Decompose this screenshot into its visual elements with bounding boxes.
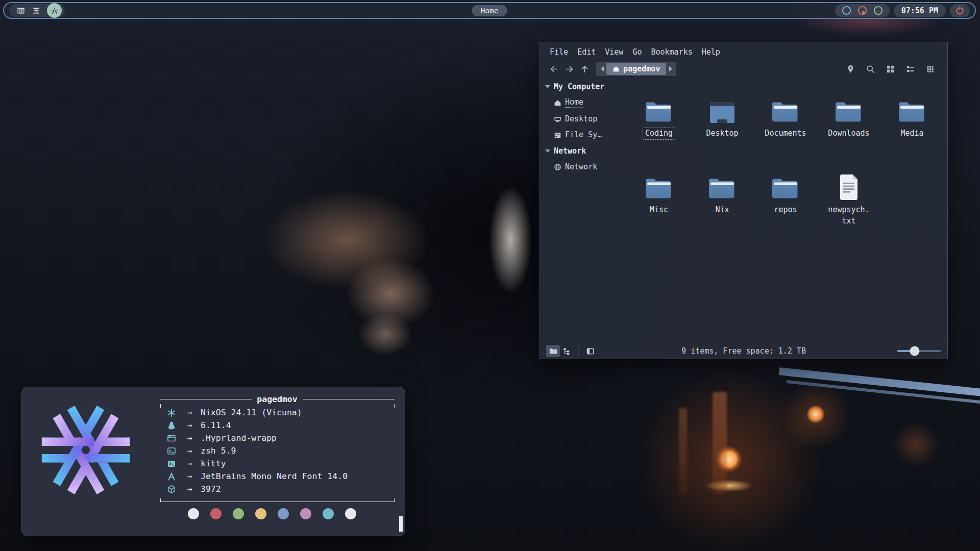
palette-dot-5 — [278, 508, 289, 519]
file-item-newpsych-txt[interactable]: newpsych. txt — [817, 171, 880, 247]
location-pin-icon[interactable] — [846, 64, 855, 74]
wallpaper-candle-glow — [713, 392, 727, 494]
expander-triangle-icon[interactable] — [545, 85, 550, 88]
expander-triangle-icon[interactable] — [545, 149, 550, 153]
active-window-title[interactable]: Home — [472, 5, 507, 16]
toggle-sidebar-button[interactable] — [583, 345, 597, 357]
path-segment-home[interactable]: pagedmov — [606, 63, 666, 75]
file-item-label: newpsych. txt — [825, 204, 872, 228]
file-manager-window: FileEditViewGoBookmarksHelp pagedmov — [540, 42, 948, 359]
file-item-repos[interactable]: repos — [754, 171, 817, 247]
file-item-coding[interactable]: Coding — [627, 94, 691, 171]
menu-go[interactable]: Go — [628, 47, 646, 57]
file-item-desktop[interactable]: Desktop — [691, 94, 754, 171]
power-icon — [955, 6, 965, 15]
arrow-icon: → — [179, 459, 201, 468]
arrow-icon: → — [179, 433, 201, 443]
palette-dot-1 — [188, 508, 199, 519]
slider-thumb[interactable] — [910, 346, 920, 356]
folder-icon — [644, 171, 674, 201]
up-button[interactable] — [577, 62, 592, 76]
file-item-label: Media — [898, 128, 926, 140]
fetch-value: 3972 — [201, 484, 221, 494]
file-item-label: Misc — [647, 204, 671, 216]
folder-icon — [644, 94, 674, 124]
file-item-label: Nix — [713, 204, 731, 216]
palette-dot-3 — [233, 508, 244, 519]
nixos-icon — [167, 408, 179, 417]
sidebar-item-home[interactable]: Home — [545, 94, 621, 111]
file-manager-toolbar: pagedmov — [540, 60, 947, 78]
statusbar-divider — [578, 346, 579, 356]
file-item-label: Downloads — [825, 128, 872, 140]
list-view-icon[interactable] — [905, 64, 915, 74]
file-item-documents[interactable]: Documents — [754, 94, 817, 171]
sidebar-section-network[interactable]: Network — [545, 143, 621, 159]
terminal-icon — [167, 459, 179, 468]
terminal-cursor — [399, 516, 403, 532]
sidebar-item-label: File Sy… — [565, 130, 602, 140]
font-icon — [167, 471, 179, 481]
fetch-hostname: pagedmov — [252, 394, 302, 404]
palette-dot-2 — [210, 508, 222, 519]
icon-view-icon[interactable] — [886, 64, 895, 74]
sidebar-section-label: My Computer — [554, 82, 604, 91]
path-scroll-right-icon[interactable] — [666, 63, 675, 75]
nixos-logo — [35, 399, 136, 500]
arrow-icon: → — [179, 446, 201, 456]
arrow-icon: → — [179, 471, 201, 481]
directory-tree-button[interactable] — [560, 345, 574, 357]
menu-help[interactable]: Help — [697, 47, 725, 57]
clock[interactable]: 07:56 PM — [894, 4, 946, 17]
tray-circle-blue[interactable] — [841, 5, 852, 16]
fastfetch-output: pagedmov →NixOS 24.11 (Vicuna)→6.11.4→.H… — [160, 393, 395, 502]
file-item-misc[interactable]: Misc — [627, 171, 691, 247]
menu-view[interactable]: View — [600, 47, 628, 57]
arrow-icon: → — [179, 484, 201, 494]
menu-file[interactable]: File — [545, 47, 573, 57]
tray-circle-green[interactable] — [873, 5, 884, 16]
forward-button[interactable] — [561, 62, 577, 76]
fetch-value: NixOS 24.11 (Vicuna) — [201, 408, 302, 417]
menu-bookmarks[interactable]: Bookmarks — [646, 47, 697, 57]
sidebar-item-label: Desktop — [565, 114, 597, 123]
icon-size-slider[interactable] — [897, 346, 941, 356]
menu-edit[interactable]: Edit — [573, 47, 600, 57]
shell-icon — [167, 446, 179, 456]
workspace-button-1[interactable] — [16, 6, 26, 15]
path-bar: pagedmov — [596, 62, 676, 76]
sidebar-item-file-sy-[interactable]: File Sy… — [545, 127, 621, 143]
path-scroll-left-icon[interactable] — [598, 63, 606, 75]
workspace-button-2[interactable] — [32, 6, 41, 15]
sidebar-item-desktop[interactable]: Desktop — [545, 111, 621, 127]
compact-view-icon[interactable] — [925, 64, 935, 74]
top-bar: Home 07:56 PM — [3, 2, 976, 19]
path-segment-label: pagedmov — [623, 64, 660, 73]
fetch-value: .Hyprland-wrapp — [201, 433, 277, 443]
fastfetch-box-bottom — [160, 498, 395, 502]
sidebar-item-network[interactable]: Network — [545, 159, 621, 175]
back-button[interactable] — [546, 62, 561, 76]
packages-icon — [167, 484, 179, 494]
file-item-nix[interactable]: Nix — [691, 171, 754, 247]
sidebar-item-label: Network — [565, 162, 597, 171]
folder-icon — [834, 94, 864, 124]
system-tray — [835, 4, 890, 17]
search-icon[interactable] — [866, 64, 875, 74]
file-item-downloads[interactable]: Downloads — [817, 94, 880, 171]
sidebar-section-my-computer[interactable]: My Computer — [545, 79, 621, 94]
file-manager-menubar: FileEditViewGoBookmarksHelp — [540, 42, 947, 60]
file-item-media[interactable]: Media — [880, 94, 944, 171]
tray-circle-orange[interactable] — [857, 5, 868, 16]
places-pane-button[interactable] — [546, 345, 560, 357]
file-item-label: repos — [771, 204, 799, 216]
filesystem-icon — [554, 132, 561, 139]
power-button[interactable] — [950, 4, 970, 17]
text-file-icon — [838, 171, 860, 201]
sidebar-section-label: Network — [554, 146, 586, 156]
file-manager-statusbar: 9 items, Free space: 1.2 TB — [540, 343, 947, 359]
box-corner — [394, 404, 395, 408]
workspace-button-3[interactable] — [47, 3, 62, 18]
status-text: 9 items, Free space: 1.2 TB — [681, 346, 806, 356]
palette-dot-4 — [255, 508, 266, 519]
